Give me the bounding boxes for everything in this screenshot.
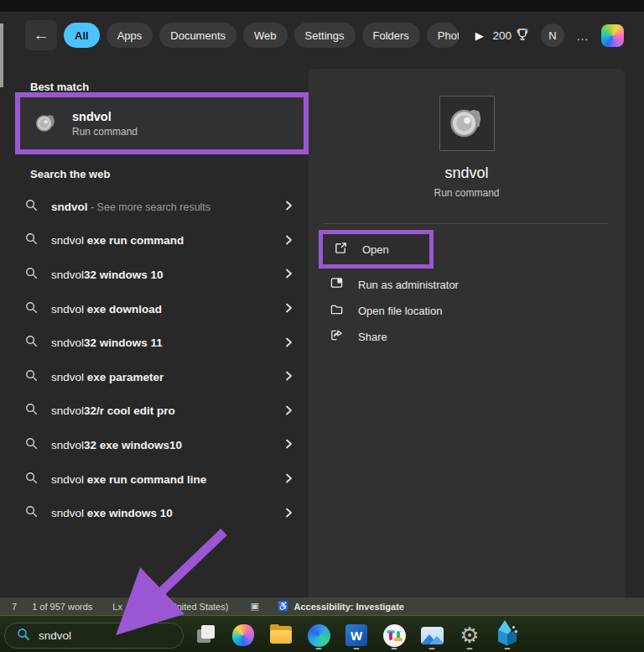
trophy-icon xyxy=(516,28,529,44)
focus-icon[interactable]: ▣ xyxy=(250,601,258,612)
best-match-title: sndvol xyxy=(72,110,138,123)
accessibility-icon: ♿ xyxy=(278,601,289,612)
web-suggestion-row[interactable]: sndvol exe run command xyxy=(15,224,302,258)
chevron-right-icon[interactable] xyxy=(283,369,293,384)
overflow-menu-icon[interactable]: … xyxy=(576,29,589,43)
filter-tab-documents[interactable]: Documents xyxy=(159,23,236,48)
search-icon xyxy=(17,628,30,644)
copilot-taskbar-icon[interactable] xyxy=(231,621,256,649)
search-glass-icon xyxy=(25,437,38,453)
action-open-file-location[interactable]: Open file location xyxy=(330,300,442,321)
web-suggestions-list: sndvol - See more search resultssndvol e… xyxy=(15,190,302,530)
search-glass-icon xyxy=(25,199,38,215)
web-suggestion-text: sndvol32/r cool edit pro xyxy=(51,404,175,417)
search-glass-icon xyxy=(25,472,38,488)
web-suggestion-text: sndvol exe parameter xyxy=(51,371,164,383)
web-suggestion-row[interactable]: sndvol - See more search results xyxy=(15,190,302,224)
page-indicator-fragment[interactable]: 7 xyxy=(12,602,17,612)
web-suggestion-row[interactable]: sndvol exe windows 10 xyxy=(15,496,302,530)
web-suggestion-row[interactable]: sndvol32 windows 11 xyxy=(15,326,302,360)
word-status-bar: 7 1 of 957 words Lx English (United Stat… xyxy=(0,597,644,615)
chevron-right-icon[interactable] xyxy=(283,267,293,282)
speaker-icon-large xyxy=(439,96,495,151)
copilot-icon[interactable] xyxy=(601,24,624,47)
taskbar-icons: W ⚙ xyxy=(193,621,520,649)
settings-gear-icon[interactable]: ⚙ xyxy=(457,621,482,649)
photos-icon[interactable] xyxy=(419,621,444,649)
account-avatar[interactable]: N xyxy=(541,23,564,47)
background-window-edge xyxy=(0,23,3,87)
search-glass-icon xyxy=(25,232,38,248)
back-button[interactable]: ← xyxy=(25,20,57,50)
web-suggestion-row[interactable]: sndvol32 windows 10 xyxy=(15,258,302,292)
topbar-right-cluster: 200 N … xyxy=(492,22,624,49)
action-run-as-administrator[interactable]: Run as administrator xyxy=(330,274,459,295)
windows-search-flyout: ← AllAppsDocumentsWebSettingsFoldersPhot… xyxy=(0,12,644,597)
web-suggestion-row[interactable]: sndvol exe parameter xyxy=(15,360,302,394)
folder-outline-icon xyxy=(330,303,343,319)
admin-shield-icon xyxy=(330,277,343,293)
task-view-icon[interactable] xyxy=(193,621,218,649)
best-match-heading: Best match xyxy=(30,81,89,93)
action-share[interactable]: Share xyxy=(330,326,387,347)
detail-title: sndvol xyxy=(309,164,625,182)
web-suggestion-text: sndvol32 windows 11 xyxy=(51,336,163,349)
word-icon[interactable]: W xyxy=(344,621,369,649)
chevron-right-icon[interactable] xyxy=(283,199,293,214)
chevron-right-icon[interactable] xyxy=(283,336,293,351)
accessibility-status[interactable]: Accessibility: Investigate xyxy=(294,602,404,612)
filter-tab-apps[interactable]: Apps xyxy=(106,23,153,48)
best-match-result[interactable]: sndvol Run command xyxy=(15,92,309,154)
filter-tab-settings[interactable]: Settings xyxy=(294,23,356,48)
share-icon xyxy=(330,329,343,345)
file-explorer-icon[interactable] xyxy=(268,621,293,649)
taskbar-search-value: sndvol xyxy=(39,629,71,642)
taskbar-search-box[interactable]: sndvol xyxy=(4,623,184,649)
web-suggestion-row[interactable]: sndvol32/r cool edit pro xyxy=(15,394,302,429)
more-filters-icon[interactable]: ▶ xyxy=(475,29,484,42)
window-top-frame xyxy=(0,0,644,12)
web-suggestion-text: sndvol - See more search results xyxy=(51,201,210,213)
taskbar: sndvol W ⚙ xyxy=(0,615,644,652)
web-suggestion-text: sndvol exe run command line xyxy=(51,473,206,486)
filter-tab-web[interactable]: Web xyxy=(243,23,288,48)
web-suggestion-text: sndvol exe run command xyxy=(51,234,184,247)
search-glass-icon xyxy=(25,369,38,385)
open-external-icon xyxy=(335,242,347,258)
back-arrow-icon: ← xyxy=(34,26,49,44)
web-suggestion-text: sndvol32 exe windows10 xyxy=(51,439,182,451)
filter-tab-truncated-wrap: Phot xyxy=(427,23,459,48)
chevron-right-icon[interactable] xyxy=(283,472,293,487)
search-glass-icon xyxy=(25,403,38,419)
chevron-right-icon[interactable] xyxy=(283,233,293,248)
web-suggestion-text: sndvol exe download xyxy=(51,303,162,316)
divider xyxy=(324,223,608,224)
search-glass-icon xyxy=(25,335,38,351)
action-label-open: Open xyxy=(362,243,389,256)
filter-tab-phot[interactable]: Phot xyxy=(427,23,459,48)
language-status[interactable]: English (United States) xyxy=(134,602,229,612)
search-glass-icon xyxy=(25,505,38,521)
web-suggestion-text: sndvol exe windows 10 xyxy=(51,507,173,519)
paint-3d-icon[interactable] xyxy=(495,621,520,649)
web-suggestion-row[interactable]: sndvol exe download xyxy=(15,292,302,326)
result-detail-pane: sndvol Run command Open Run as administr… xyxy=(309,69,625,611)
filter-tab-all[interactable]: All xyxy=(64,23,100,48)
speaker-icon xyxy=(34,111,59,136)
edge-icon[interactable] xyxy=(306,621,331,649)
filter-tab-folders[interactable]: Folders xyxy=(362,23,420,48)
chevron-right-icon[interactable] xyxy=(283,506,293,521)
rewards-badge[interactable]: 200 xyxy=(492,28,529,44)
web-suggestion-row[interactable]: sndvol exe run command line xyxy=(15,462,302,497)
open-action-highlight[interactable]: Open xyxy=(319,230,434,269)
chevron-right-icon[interactable] xyxy=(283,404,293,419)
slack-icon[interactable] xyxy=(382,621,407,649)
search-web-heading: Search the web xyxy=(30,168,110,180)
best-match-subtitle: Run command xyxy=(72,126,138,138)
word-count[interactable]: 1 of 957 words xyxy=(32,602,92,612)
web-suggestion-row[interactable]: sndvol32 exe windows10 xyxy=(15,428,302,462)
proofing-icon[interactable]: Lx xyxy=(112,602,122,612)
web-suggestion-text: sndvol32 windows 10 xyxy=(51,269,164,281)
chevron-right-icon[interactable] xyxy=(283,437,293,452)
chevron-right-icon[interactable] xyxy=(283,301,293,316)
